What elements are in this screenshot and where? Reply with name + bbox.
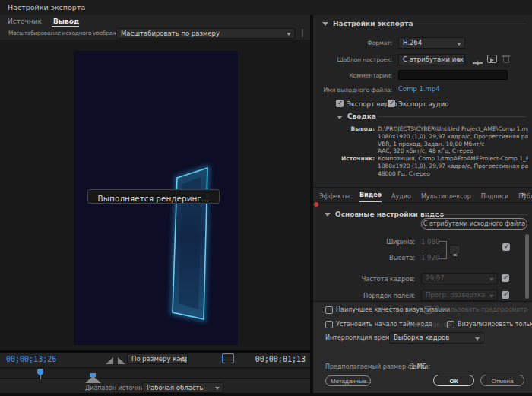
- summary-rule: [378, 116, 526, 117]
- chevron-down-icon: [287, 33, 291, 36]
- scaling-label: Масштабирование исходного изображения:: [8, 30, 133, 36]
- preset-label: Шаблон настроек:: [319, 56, 392, 63]
- height-label: Высота:: [334, 254, 415, 261]
- summary-expand-icon[interactable]: [337, 116, 343, 119]
- tab-captions[interactable]: Подписи: [481, 193, 508, 202]
- format-select[interactable]: H.264: [398, 37, 465, 49]
- dimension-bracket: [439, 241, 447, 259]
- header-rule: [401, 24, 526, 24]
- link-dimensions-icon[interactable]: ∞: [449, 245, 461, 255]
- frame-rate-select[interactable]: 29,97: [421, 273, 498, 284]
- best-quality-checkbox[interactable]: [325, 306, 333, 314]
- summary-output-label: Вывод:: [319, 125, 375, 132]
- render-alpha-checkbox[interactable]: [447, 321, 454, 328]
- timeline-ruler[interactable]: [0, 367, 310, 379]
- settings-tabs-bar: Эффекты Видео Аудио Мультиплексор Подпис…: [313, 187, 532, 203]
- video-settings-expand-icon[interactable]: [325, 213, 331, 217]
- import-preset-icon[interactable]: [487, 55, 497, 63]
- tabs-overflow-icon[interactable]: »: [521, 190, 526, 198]
- dimensions-checkbox[interactable]: [502, 243, 510, 251]
- match-source-button[interactable]: С атрибутами исходного файла: [421, 218, 527, 230]
- chevron-down-icon: [489, 295, 494, 298]
- tab-multiplexer[interactable]: Мультиплексор: [421, 193, 471, 202]
- panel-separator: [302, 29, 303, 37]
- best-quality-label: Наилучшее качество визуализации: [336, 306, 450, 313]
- scrollbar[interactable]: [525, 234, 529, 299]
- output-name-label: Имя выходного файла:: [319, 87, 392, 93]
- scaling-select[interactable]: Масштабировать по размеру: [116, 28, 295, 39]
- comments-input[interactable]: [398, 70, 508, 80]
- section-expand-icon[interactable]: [322, 22, 328, 26]
- summary-source-lines: Композиция, Comp 1/tmpAEtoAMEProject-Com…: [378, 155, 528, 177]
- field-order-checkbox[interactable]: [502, 291, 509, 299]
- chevron-down-icon: [179, 358, 184, 361]
- rendering-tooltip: Выполняется рендеринг…: [87, 189, 220, 204]
- tab-output-underline: [52, 26, 79, 27]
- window-bottom-edge: [0, 393, 532, 396]
- crop-output-icon[interactable]: [222, 353, 234, 363]
- metadata-button[interactable]: Метаданные...: [325, 375, 371, 386]
- use-previews-checkbox: [424, 306, 432, 314]
- cancel-button[interactable]: Отмена: [480, 375, 524, 386]
- comments-label: Комментарии:: [319, 72, 392, 79]
- tab-source[interactable]: Источник: [8, 17, 42, 25]
- work-area-icon: [85, 376, 93, 383]
- chevron-down-icon: [475, 337, 480, 341]
- output-name-link[interactable]: Comp 1.mp4: [398, 85, 440, 93]
- export-video-checkbox[interactable]: [336, 100, 344, 107]
- frame-rate-label: Частота кадров:: [334, 275, 415, 283]
- interpolation-select[interactable]: Выборка кадров: [389, 332, 483, 344]
- chevron-down-icon: [457, 59, 461, 62]
- rendering-tooltip-text: Выполняется рендеринг…: [98, 194, 210, 203]
- set-start-timecode-checkbox[interactable]: [325, 321, 333, 328]
- ok-button[interactable]: ОК: [433, 375, 474, 386]
- tab-effects[interactable]: Эффекты: [319, 193, 350, 202]
- work-area-icon: [93, 376, 101, 383]
- divider: [0, 350, 313, 353]
- set-out-point-button[interactable]: [118, 357, 125, 364]
- height-value: 1 920: [421, 254, 439, 261]
- summary-source-label: Источник:: [319, 155, 375, 162]
- chevron-down-icon: [215, 387, 220, 390]
- preview-zoom-select[interactable]: По размеру кадра: [127, 353, 188, 364]
- set-in-point-button[interactable]: [106, 357, 113, 364]
- tab-audio[interactable]: Аудио: [391, 193, 411, 202]
- save-preset-icon[interactable]: ↓: [473, 54, 483, 64]
- tab-output[interactable]: Вывод: [53, 17, 79, 25]
- playhead-stem: [40, 375, 42, 379]
- render-alpha-label: Визуализировать только альфа-канал: [458, 321, 532, 328]
- work-area-marker[interactable]: [90, 373, 96, 377]
- title-bar: Настройки экспорта: [0, 0, 532, 15]
- estimated-size-value: 1 МБ: [411, 363, 426, 370]
- current-timecode[interactable]: 00;00;13;26: [6, 355, 56, 363]
- video-settings-rule: [424, 214, 527, 215]
- preset-select[interactable]: С атрибутами исход...: [398, 54, 465, 65]
- delete-preset-icon[interactable]: [502, 54, 510, 64]
- start-timecode-value: 00;00;00;00: [413, 322, 451, 328]
- use-previews-label: Использовать предпросмотр: [435, 306, 527, 313]
- export-audio-label: Экспорт аудио: [398, 100, 448, 108]
- summary-header: Сводка: [347, 112, 376, 120]
- window-title: Настройки экспорта: [8, 3, 85, 11]
- chevron-down-icon: [457, 43, 461, 46]
- summary-output-lines: D:\PROJECTS\CYBER\Untitled Project_AME\C…: [378, 125, 528, 155]
- width-label: Ширина:: [334, 238, 415, 246]
- format-label: Формат:: [319, 40, 392, 46]
- preview-area: Выполняется рендеринг…: [0, 40, 310, 350]
- width-value: 1 080: [421, 238, 439, 246]
- alert-dot: [314, 202, 318, 207]
- field-order-select[interactable]: Прогр. развертка: [421, 290, 498, 301]
- export-settings-window: Настройки экспорта Источник Вывод Масшта…: [0, 0, 532, 396]
- tab-video[interactable]: Видео: [359, 192, 382, 202]
- field-order-label: Порядок полей:: [334, 292, 415, 299]
- chevron-down-icon: [489, 278, 494, 281]
- export-audio-checkbox[interactable]: [388, 100, 395, 107]
- frame-rate-checkbox[interactable]: [502, 274, 509, 282]
- source-range-select[interactable]: Рабочая область: [142, 382, 223, 393]
- range-duration-timecode: 00;00;01;13: [255, 355, 306, 363]
